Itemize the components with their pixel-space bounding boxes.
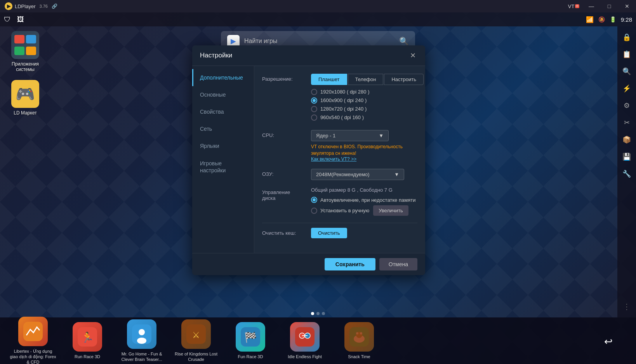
tab-tablet[interactable]: Планшет — [311, 74, 347, 85]
cpu-dropdown[interactable]: Ядер - 1 ▼ — [311, 130, 389, 141]
battery-icon: 🔋 — [610, 16, 616, 23]
funrace-label: Fun Race 3D — [238, 354, 263, 359]
auto-increase-option[interactable]: Автоувеличение, при недостатке памяти — [311, 197, 417, 203]
app-title: LDPlayer — [15, 3, 35, 9]
modal-close-button[interactable]: ✕ — [408, 51, 417, 60]
modal-overlay: Настройки ✕ Дополнительные Основные Свой… — [0, 26, 617, 317]
disk-row: Управление диска Общий размер 8 G , Своб… — [262, 187, 417, 216]
nav-network[interactable]: Сеть — [192, 120, 254, 137]
disk-info: Общий размер 8 G , Свободно 7 G — [311, 187, 417, 193]
manual-label: Установить в ручную — [320, 208, 369, 213]
chevron-down-icon: ▼ — [379, 133, 384, 139]
ram-row: ОЗУ: 2048M(Рекомендуемо) ▼ — [262, 169, 417, 180]
mrgohome-icon — [127, 319, 156, 349]
sidebar-more-icon[interactable]: ⋮ — [619, 299, 634, 314]
res-1600-label: 1600x900 ( dpi 240 ) — [320, 97, 367, 103]
save-button[interactable]: Сохранить — [325, 258, 375, 270]
sidebar-icon-4[interactable]: ⚙ — [619, 98, 634, 113]
svg-point-17 — [356, 332, 358, 335]
sidebar-icon-2[interactable]: 🔍 — [619, 64, 634, 79]
ram-control: 2048M(Рекомендуемо) ▼ — [311, 169, 417, 180]
cache-control: Очистить — [311, 228, 417, 238]
runrace-icon: 🏃 — [73, 322, 102, 352]
cpu-value: Ядер - 1 — [316, 133, 335, 139]
res-1280[interactable]: 1280x720 ( dpi 240 ) — [311, 106, 424, 112]
cpu-label: CPU: — [262, 130, 305, 138]
close-button[interactable]: ✕ — [618, 0, 636, 12]
wifi-icon: 📶 — [586, 16, 594, 23]
maximize-button[interactable]: □ — [600, 0, 618, 12]
system-time: 9:28 — [621, 16, 632, 23]
svg-point-5 — [137, 338, 146, 344]
sidebar-icon-7[interactable]: 💾 — [619, 149, 634, 165]
titlebar: ▶ LDPlayer 3.76 🔗 VT® — □ ✕ — [0, 0, 636, 12]
snacktime-label: Snack Time — [348, 354, 370, 359]
clear-cache-button[interactable]: Очистить — [311, 228, 347, 238]
window-controls: — □ ✕ — [582, 0, 636, 12]
res-960[interactable]: 960x540 ( dpi 160 ) — [311, 114, 424, 121]
radio-1600-circle — [311, 97, 317, 104]
modal-title: Настройки — [200, 52, 232, 59]
sidebar-icon-0[interactable]: 🔒 — [619, 29, 634, 45]
cancel-button[interactable]: Отмена — [379, 258, 417, 270]
risekingdoms-icon: ⚔ — [181, 319, 211, 349]
idlefight-icon — [290, 322, 320, 352]
minimize-button[interactable]: — — [582, 0, 600, 12]
settings-nav: Дополнительные Основные Свойства Сеть Яр… — [192, 66, 254, 253]
ram-value: 2048M(Рекомендуемо) — [316, 172, 369, 177]
tab-phone[interactable]: Телефон — [348, 74, 384, 85]
right-sidebar: 🔒 📋 🔍 ⚡ ⚙ ✂ 📦 💾 🔧 ⋮ — [617, 26, 636, 317]
svg-text:⚔: ⚔ — [192, 330, 200, 340]
ram-label: ОЗУ: — [262, 169, 305, 177]
app-mrgohome[interactable]: Mr. Go Home - Fun & Clever Brain Teaser.… — [116, 319, 167, 362]
svg-text:🏁: 🏁 — [244, 331, 257, 343]
nav-basic[interactable]: Основные — [192, 86, 254, 103]
photo-icon[interactable]: 🖼 — [17, 16, 24, 24]
nav-advanced[interactable]: Дополнительные — [192, 69, 254, 86]
back-button[interactable]: ↩ — [604, 336, 613, 348]
sidebar-icon-1[interactable]: 📋 — [619, 47, 634, 62]
nav-game-settings[interactable]: Игровые настройки — [192, 154, 254, 179]
manual-option[interactable]: Установить в ручную — [311, 208, 369, 214]
app-funrace[interactable]: 🏁 Fun Race 3D — [225, 322, 276, 359]
increase-button[interactable]: Увеличить — [373, 205, 408, 216]
modal-header: Настройки ✕ — [192, 45, 425, 66]
sidebar-icon-6[interactable]: 📦 — [619, 132, 634, 147]
vt-link[interactable]: Как включить VT? >> — [311, 156, 417, 162]
snacktime-icon — [344, 322, 374, 352]
radio-1920-circle — [311, 89, 317, 95]
app-risekingdoms[interactable]: ⚔ Rise of Kingdoms Lost Crusade — [171, 319, 221, 362]
sidebar-icon-8[interactable]: 🔧 — [619, 166, 634, 182]
app-idlefight[interactable]: Idle Endless Fight — [280, 322, 330, 359]
status-bar: 📶 🔕 🔋 9:28 — [586, 16, 632, 23]
app-snacktime[interactable]: Snack Time — [334, 322, 384, 359]
auto-increase-radio — [311, 197, 317, 203]
disk-label: Управление диска — [262, 187, 305, 201]
ram-dropdown[interactable]: 2048M(Рекомендуемо) ▼ — [311, 169, 404, 180]
taskbar: Libertex - Ứng dụng giao dịch di động: F… — [0, 317, 636, 364]
link-icon: 🔗 — [52, 3, 57, 9]
app-libertex[interactable]: Libertex - Ứng dụng giao dịch di động: F… — [8, 317, 58, 364]
resolution-tabs: Планшет Телефон Настроить — [311, 74, 424, 85]
shield-icon[interactable]: 🛡 — [4, 16, 11, 24]
resolution-label: Разрешение: — [262, 74, 305, 82]
nav-properties[interactable]: Свойства — [192, 103, 254, 120]
sidebar-icon-3[interactable]: ⚡ — [619, 81, 634, 96]
nav-shortcuts[interactable]: Ярлыки — [192, 137, 254, 154]
sidebar-icon-5[interactable]: ✂ — [619, 115, 634, 130]
cpu-control: Ядер - 1 ▼ VT отключен в BIOS. Производи… — [311, 130, 417, 162]
disk-control: Общий размер 8 G , Свободно 7 G Автоувел… — [311, 187, 417, 216]
systembar: 🛡 🖼 📶 🔕 🔋 9:28 — [0, 12, 636, 26]
manual-row: Установить в ручную Увеличить — [311, 205, 417, 216]
cache-row: Очистить кеш: Очистить — [262, 228, 417, 238]
manual-radio — [311, 208, 317, 214]
risekingdoms-label: Rise of Kingdoms Lost Crusade — [173, 351, 219, 362]
idlefight-label: Idle Endless Fight — [288, 354, 321, 359]
tab-custom[interactable]: Настроить — [384, 74, 424, 85]
res-1600[interactable]: 1600x900 ( dpi 240 ) — [311, 97, 424, 104]
modal-footer: Сохранить Отмена — [192, 253, 425, 275]
app-runrace[interactable]: 🏃 Run Race 3D — [62, 322, 113, 359]
libertex-label: Libertex - Ứng dụng giao dịch di động: F… — [10, 348, 56, 364]
res-1920[interactable]: 1920x1080 ( dpi 280 ) — [311, 89, 424, 95]
app-version: 3.76 — [39, 4, 47, 9]
